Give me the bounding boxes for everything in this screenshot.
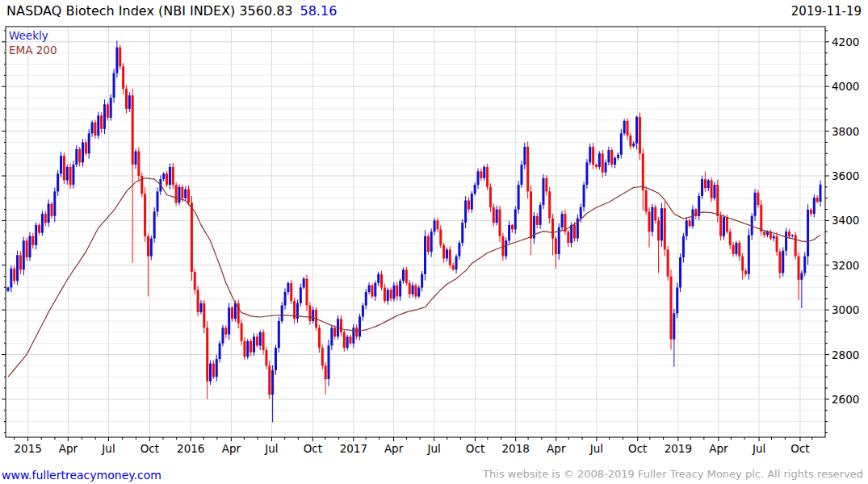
svg-text:2018: 2018	[501, 442, 529, 455]
svg-text:Oct: Oct	[140, 442, 159, 455]
svg-text:Jul: Jul	[101, 442, 115, 455]
svg-text:2600: 2600	[832, 393, 859, 406]
svg-text:Apr: Apr	[547, 442, 566, 455]
svg-text:Apr: Apr	[59, 442, 78, 455]
svg-text:Oct: Oct	[466, 442, 484, 455]
grid-layer	[6, 27, 825, 437]
svg-text:Apr: Apr	[384, 442, 404, 455]
copyright-text: This website is © 2008-2019 Fuller Treac…	[483, 468, 863, 480]
svg-text:3800: 3800	[832, 125, 859, 138]
svg-text:Oct: Oct	[304, 442, 322, 455]
price-chart[interactable]: 2600280030003200340036003800400042002015…	[0, 0, 868, 484]
svg-text:Apr: Apr	[709, 442, 728, 455]
svg-text:Jul: Jul	[427, 442, 441, 455]
svg-text:2016: 2016	[177, 442, 204, 455]
svg-text:Apr: Apr	[222, 442, 241, 455]
chart-legend: Weekly EMA 200	[9, 28, 57, 57]
svg-text:Jul: Jul	[752, 442, 765, 455]
svg-text:2800: 2800	[832, 348, 859, 361]
svg-text:2017: 2017	[340, 442, 367, 455]
chart-page: NASDAQ Biotech Index (NBI INDEX) 3560.83…	[0, 0, 868, 484]
svg-text:4200: 4200	[832, 35, 859, 48]
svg-text:4000: 4000	[832, 80, 859, 93]
svg-text:3000: 3000	[832, 303, 859, 316]
svg-text:Oct: Oct	[628, 442, 647, 455]
svg-text:3400: 3400	[832, 214, 859, 227]
svg-text:3600: 3600	[832, 169, 859, 182]
svg-text:Jul: Jul	[589, 442, 603, 455]
svg-text:2019: 2019	[665, 442, 692, 455]
svg-text:2015: 2015	[14, 442, 41, 455]
svg-text:Jul: Jul	[264, 442, 278, 455]
svg-text:3200: 3200	[832, 259, 859, 272]
legend-series-label: Weekly	[9, 28, 57, 43]
svg-text:Oct: Oct	[790, 442, 809, 455]
website-link[interactable]: www.fullertreacymoney.com	[2, 469, 161, 482]
legend-ema-label: EMA 200	[9, 43, 57, 57]
